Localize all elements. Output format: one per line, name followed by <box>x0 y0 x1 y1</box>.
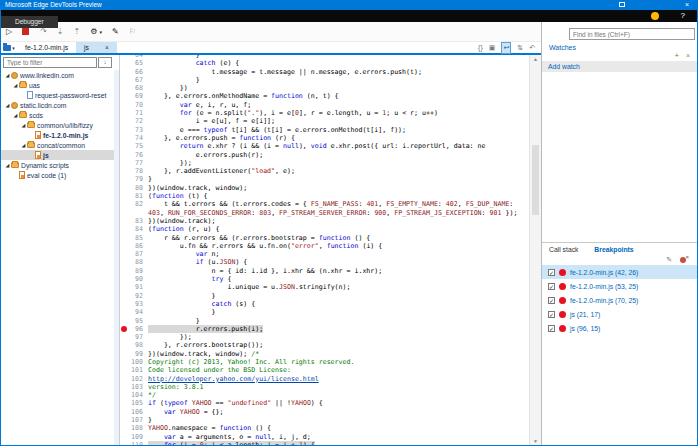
gutter-margin[interactable] <box>120 333 128 341</box>
line-number[interactable]: 85 <box>128 234 148 242</box>
tree-item[interactable]: ◢concat/common <box>1 140 119 150</box>
help-icon[interactable]: ? <box>681 10 685 22</box>
line-number[interactable]: 97 <box>128 333 148 341</box>
gutter-margin[interactable] <box>120 341 128 349</box>
line-number[interactable]: 72 <box>128 117 148 125</box>
breakpoint-list-item[interactable]: ✓fe-1.2.0-min.js (70, 25) <box>542 293 697 307</box>
code-line[interactable]: 89 n = { id: i.id }, i.xhr && (n.xhr = i… <box>120 267 529 275</box>
line-number[interactable]: 81 <box>128 192 148 200</box>
find-in-files-input[interactable] <box>569 28 695 40</box>
expanded-arrow-icon[interactable]: ◢ <box>12 82 19 88</box>
code-line[interactable]: 84(function (r, u) { <box>120 225 529 233</box>
gutter-margin[interactable] <box>120 424 128 432</box>
line-number[interactable]: 91 <box>128 283 148 291</box>
close-window-icon[interactable]: × <box>685 0 689 10</box>
gutter-margin[interactable] <box>120 258 128 266</box>
breakpoint-list-item[interactable]: ✓fe-1.2.0-min.js (42, 26) <box>542 265 697 279</box>
gutter-margin[interactable] <box>120 151 128 159</box>
expanded-arrow-icon[interactable]: ◢ <box>4 72 11 78</box>
line-number[interactable]: 105 <box>128 399 148 407</box>
line-number[interactable]: 80 <box>128 184 148 192</box>
code-line[interactable]: 98 }, r.errors.bootstrap()); <box>120 341 529 349</box>
code-line[interactable]: 88 if (u.JSON) { <box>120 258 529 266</box>
code-line[interactable]: 106 var YAHOO = {}; <box>120 408 529 416</box>
code-line[interactable]: 100Copyright (c) 2013, Yahoo! Inc. All r… <box>120 358 529 366</box>
gutter-margin[interactable] <box>120 375 128 383</box>
gutter-margin[interactable] <box>120 391 128 399</box>
breakpoint-checkbox[interactable]: ✓ <box>548 297 555 304</box>
tree-item[interactable]: request-password-reset <box>1 90 119 100</box>
gutter-margin[interactable] <box>120 433 128 441</box>
code-line[interactable]: 81(function (t) { <box>120 192 529 200</box>
gutter-margin[interactable] <box>120 225 128 233</box>
gutter-margin[interactable] <box>120 441 128 445</box>
filter-button[interactable]: ↓ <box>98 57 112 68</box>
line-number[interactable]: 90 <box>128 275 148 283</box>
expanded-arrow-icon[interactable]: ◢ <box>4 102 11 108</box>
code-line[interactable]: 95 } <box>120 317 529 325</box>
tree-item[interactable]: ◢uas <box>1 80 119 90</box>
add-watch-button[interactable]: Add watch <box>542 61 697 72</box>
rollback-icon[interactable]: ↶ <box>529 43 535 53</box>
gutter-margin[interactable] <box>120 84 128 92</box>
gutter-margin[interactable] <box>120 350 128 358</box>
restore-window-icon[interactable] <box>619 2 625 7</box>
gutter-margin[interactable] <box>120 134 128 142</box>
line-number[interactable]: 83 <box>128 217 148 225</box>
continue-button[interactable]: ▷ <box>6 27 12 37</box>
line-number[interactable]: 106 <box>128 408 148 416</box>
tree-item[interactable]: ◢common/u/lib/fizzy <box>1 120 119 130</box>
line-number[interactable]: 101 <box>128 366 148 374</box>
code-line[interactable]: 101Code licensed under the BSD License: <box>120 366 529 374</box>
gutter-margin[interactable] <box>120 292 128 300</box>
scroll-down-icon[interactable]: ▼ <box>530 438 541 444</box>
line-number[interactable]: 67 <box>128 76 148 84</box>
line-number[interactable]: 94 <box>128 308 148 316</box>
code-line[interactable]: 65 catch (e) { <box>120 59 529 67</box>
scrollbar-thumb[interactable] <box>532 145 539 215</box>
add-watch-icon[interactable]: + <box>675 52 679 59</box>
line-number[interactable]: 78 <box>128 167 148 175</box>
code-line[interactable]: 73 e === typeof t[i] && (t[i] = e.errors… <box>120 126 529 134</box>
code-line[interactable]: 92 } <box>120 292 529 300</box>
breakpoint-checkbox[interactable]: ✓ <box>548 283 555 290</box>
line-number[interactable]: 89 <box>128 267 148 275</box>
line-number[interactable]: 75 <box>128 142 148 150</box>
code-line[interactable]: 107} <box>120 416 529 424</box>
expanded-arrow-icon[interactable]: ◢ <box>12 112 19 118</box>
line-number[interactable]: 82 <box>128 200 148 217</box>
code-line[interactable]: 102http://developer.yahoo.com/yui/licens… <box>120 375 529 383</box>
gutter-margin[interactable] <box>120 192 128 200</box>
code-line[interactable]: 103version: 3.8.1 <box>120 383 529 391</box>
gutter-margin[interactable] <box>120 184 128 192</box>
breakpoint-checkbox[interactable]: ✓ <box>548 311 555 318</box>
step-over-button[interactable]: ↷ <box>40 27 47 37</box>
code-line[interactable]: 82 t && t.errors && (t.errors.codes = { … <box>120 200 529 217</box>
line-number[interactable]: 76 <box>128 151 148 159</box>
tree-item[interactable]: js <box>1 150 119 160</box>
step-into-button[interactable]: ⇣ <box>57 27 64 37</box>
editor-tab-fe-min-js[interactable]: fe-1.2.0-min.js <box>17 42 76 53</box>
debug-flag-icon[interactable]: ⚐ <box>129 27 136 37</box>
line-number[interactable]: 107 <box>128 416 148 424</box>
code-line[interactable]: 87 var n; <box>120 250 529 258</box>
gutter-margin[interactable] <box>120 59 128 67</box>
edit-mode-icon[interactable]: ✎ <box>112 27 119 37</box>
gutter-margin[interactable] <box>120 308 128 316</box>
breakpoint-checkbox[interactable]: ✓ <box>548 325 555 332</box>
line-number[interactable]: 65 <box>128 59 148 67</box>
breakpoint-dot-icon[interactable] <box>121 326 127 332</box>
line-number[interactable]: 68 <box>128 84 148 92</box>
code-line[interactable]: 68 }) <box>120 84 529 92</box>
line-number[interactable]: 84 <box>128 225 148 233</box>
editor-scrollbar[interactable]: ▲ ▼ <box>529 55 541 445</box>
breakpoint-gutter[interactable] <box>120 325 128 333</box>
code-line[interactable]: 86 u.fn && r.errors && u.fn.on("error", … <box>120 242 529 250</box>
edit-breakpoint-icon[interactable]: ✎ <box>666 256 672 264</box>
code-line[interactable]: 93 catch (s) { <box>120 300 529 308</box>
tree-item[interactable]: eval code (1) <box>1 170 119 180</box>
gutter-margin[interactable] <box>120 317 128 325</box>
line-number[interactable]: 98 <box>128 341 148 349</box>
exception-settings-icon[interactable]: ⚙ <box>90 27 97 37</box>
line-number[interactable]: 95 <box>128 317 148 325</box>
